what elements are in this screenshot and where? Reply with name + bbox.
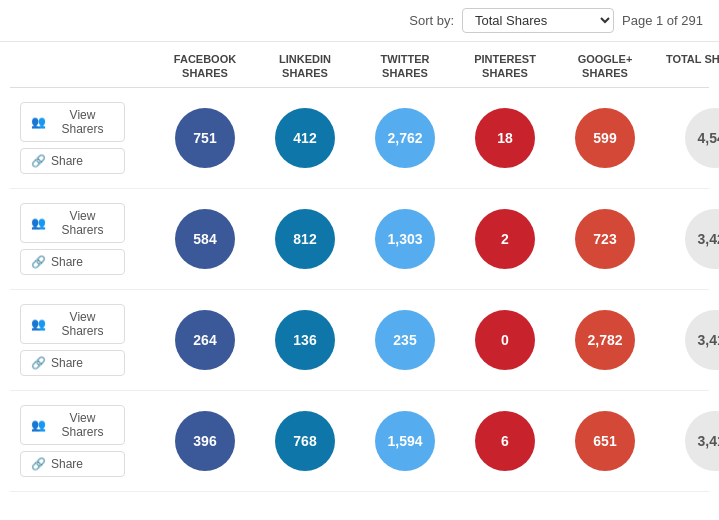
- twitter-value: 1,303: [387, 231, 422, 247]
- total-cell: 3,417: [655, 310, 719, 370]
- twitter-cell: 235: [355, 310, 455, 370]
- googleplus-circle: 2,782: [575, 310, 635, 370]
- table-row: 👥 View Sharers 🔗 Share 584 812 1,303: [10, 189, 709, 290]
- col-header-linkedin: LINKEDINSHARES: [255, 52, 355, 81]
- linkedin-cell: 812: [255, 209, 355, 269]
- facebook-value: 751: [193, 130, 216, 146]
- googleplus-value: 651: [593, 433, 616, 449]
- linkedin-cell: 768: [255, 411, 355, 471]
- col-header-facebook: FACEBOOKSHARES: [155, 52, 255, 81]
- total-cell: 3,415: [655, 411, 719, 471]
- facebook-cell: 396: [155, 411, 255, 471]
- share-label: Share: [51, 255, 83, 269]
- column-headers: FACEBOOKSHARES LINKEDINSHARES TWITTERSHA…: [10, 42, 709, 88]
- total-circle: 3,424: [685, 209, 719, 269]
- table-row: 👥 View Sharers 🔗 Share 396 768 1,594: [10, 391, 709, 492]
- linkedin-value: 412: [293, 130, 316, 146]
- total-value: 3,424: [697, 231, 719, 247]
- linkedin-value: 136: [293, 332, 316, 348]
- share-label: Share: [51, 154, 83, 168]
- total-circle: 4,542: [685, 108, 719, 168]
- pinterest-value: 18: [497, 130, 513, 146]
- total-cell: 3,424: [655, 209, 719, 269]
- facebook-cell: 751: [155, 108, 255, 168]
- share-button[interactable]: 🔗 Share: [20, 249, 125, 275]
- view-sharers-label: View Sharers: [51, 108, 114, 136]
- view-sharers-label: View Sharers: [51, 209, 114, 237]
- pinterest-circle: 2: [475, 209, 535, 269]
- row-actions: 👥 View Sharers 🔗 Share: [10, 304, 155, 376]
- share-icon: 🔗: [31, 255, 46, 269]
- twitter-cell: 1,303: [355, 209, 455, 269]
- facebook-circle: 751: [175, 108, 235, 168]
- share-button[interactable]: 🔗 Share: [20, 451, 125, 477]
- facebook-cell: 584: [155, 209, 255, 269]
- twitter-circle: 1,303: [375, 209, 435, 269]
- col-header-googleplus: GOOGLE+SHARES: [555, 52, 655, 81]
- table-container: FACEBOOKSHARES LINKEDINSHARES TWITTERSHA…: [0, 42, 719, 492]
- googleplus-circle: 723: [575, 209, 635, 269]
- share-label: Share: [51, 356, 83, 370]
- facebook-circle: 396: [175, 411, 235, 471]
- twitter-cell: 2,762: [355, 108, 455, 168]
- share-icon: 🔗: [31, 154, 46, 168]
- linkedin-cell: 412: [255, 108, 355, 168]
- view-sharers-button[interactable]: 👥 View Sharers: [20, 203, 125, 243]
- twitter-value: 1,594: [387, 433, 422, 449]
- pinterest-cell: 18: [455, 108, 555, 168]
- pinterest-cell: 0: [455, 310, 555, 370]
- col-header-pinterest: PINTERESTSHARES: [455, 52, 555, 81]
- view-sharers-button[interactable]: 👥 View Sharers: [20, 102, 125, 142]
- pinterest-cell: 2: [455, 209, 555, 269]
- top-bar: Sort by: Total Shares Facebook Shares Li…: [0, 0, 719, 42]
- facebook-cell: 264: [155, 310, 255, 370]
- total-cell: 4,542: [655, 108, 719, 168]
- users-icon: 👥: [31, 317, 46, 331]
- pinterest-value: 2: [501, 231, 509, 247]
- total-value: 4,542: [697, 130, 719, 146]
- linkedin-circle: 412: [275, 108, 335, 168]
- pinterest-circle: 0: [475, 310, 535, 370]
- col-header-total: TOTAL SHARES ▼: [655, 52, 719, 81]
- linkedin-circle: 812: [275, 209, 335, 269]
- linkedin-value: 768: [293, 433, 316, 449]
- users-icon: 👥: [31, 216, 46, 230]
- page-info: Page 1 of 291: [622, 13, 703, 28]
- pinterest-circle: 6: [475, 411, 535, 471]
- twitter-circle: 1,594: [375, 411, 435, 471]
- facebook-value: 264: [193, 332, 216, 348]
- linkedin-circle: 136: [275, 310, 335, 370]
- share-label: Share: [51, 457, 83, 471]
- sort-select[interactable]: Total Shares Facebook Shares LinkedIn Sh…: [462, 8, 614, 33]
- facebook-value: 584: [193, 231, 216, 247]
- googleplus-cell: 723: [555, 209, 655, 269]
- googleplus-value: 2,782: [587, 332, 622, 348]
- googleplus-cell: 599: [555, 108, 655, 168]
- googleplus-value: 599: [593, 130, 616, 146]
- pinterest-cell: 6: [455, 411, 555, 471]
- linkedin-circle: 768: [275, 411, 335, 471]
- col-header-actions: [10, 52, 155, 81]
- share-button[interactable]: 🔗 Share: [20, 350, 125, 376]
- view-sharers-button[interactable]: 👥 View Sharers: [20, 405, 125, 445]
- linkedin-cell: 136: [255, 310, 355, 370]
- total-value: 3,415: [697, 433, 719, 449]
- twitter-value: 235: [393, 332, 416, 348]
- view-sharers-label: View Sharers: [51, 411, 114, 439]
- pinterest-circle: 18: [475, 108, 535, 168]
- col-header-twitter: TWITTERSHARES: [355, 52, 455, 81]
- total-circle: 3,415: [685, 411, 719, 471]
- total-circle: 3,417: [685, 310, 719, 370]
- share-button[interactable]: 🔗 Share: [20, 148, 125, 174]
- pinterest-value: 0: [501, 332, 509, 348]
- twitter-circle: 2,762: [375, 108, 435, 168]
- users-icon: 👥: [31, 418, 46, 432]
- total-value: 3,417: [697, 332, 719, 348]
- table-row: 👥 View Sharers 🔗 Share 751 412 2,762: [10, 88, 709, 189]
- share-icon: 🔗: [31, 457, 46, 471]
- linkedin-value: 812: [293, 231, 316, 247]
- view-sharers-label: View Sharers: [51, 310, 114, 338]
- view-sharers-button[interactable]: 👥 View Sharers: [20, 304, 125, 344]
- row-actions: 👥 View Sharers 🔗 Share: [10, 405, 155, 477]
- sort-label: Sort by:: [409, 13, 454, 28]
